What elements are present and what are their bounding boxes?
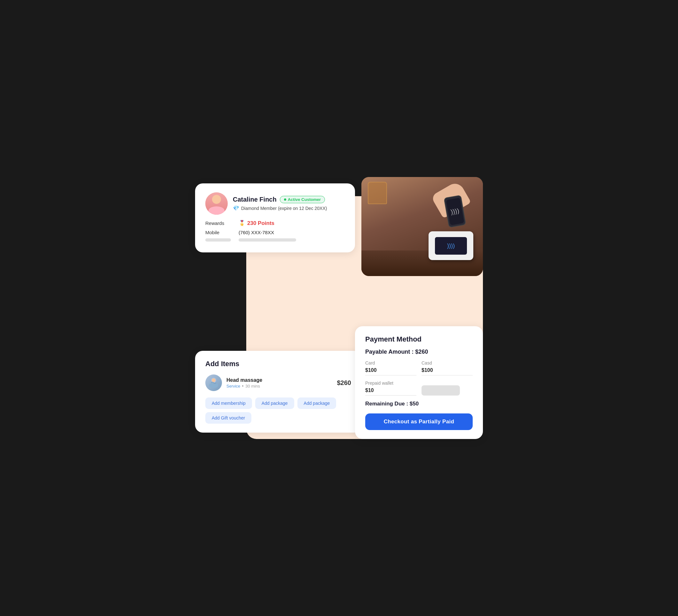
- item-thumb-inner: [205, 374, 222, 391]
- svg-point-2: [212, 378, 216, 382]
- active-dot-icon: [284, 198, 286, 201]
- prepaid-wallet-value: $10: [365, 387, 416, 396]
- terminal-screen-shape: )))): [435, 237, 467, 255]
- active-badge-label: Active Customer: [288, 197, 321, 202]
- payment-fields: Card $100 Casd $100: [365, 360, 473, 375]
- rewards-row: Rewards 🎖️ 230 Points: [205, 220, 345, 227]
- rewards-points: 230 Points: [247, 220, 274, 227]
- avatar: [205, 192, 228, 215]
- photo-card: )))) )))): [362, 177, 483, 276]
- cash-value: $100: [421, 367, 473, 375]
- item-service-label: Service: [226, 384, 240, 388]
- item-price: $260: [337, 379, 351, 386]
- add-items-card: Add Items Head massage Service 30: [195, 351, 362, 433]
- rewards-label: Rewards: [205, 220, 231, 226]
- mobile-row: Mobile (760) XXX-78XX: [205, 230, 345, 235]
- action-buttons: Add membership Add package Add package A…: [205, 398, 351, 424]
- add-package-button-1[interactable]: Add package: [255, 398, 294, 409]
- payment-method-card: Payment Method Payable Amount : $260 Car…: [355, 326, 483, 439]
- membership-row: 💎 Diamond Member (expire on 12 Dec 20XX): [233, 205, 345, 211]
- item-meta: Service 30 mins: [226, 384, 333, 388]
- mobile-label: Mobile: [205, 230, 231, 235]
- cash-label: Casd: [421, 360, 473, 366]
- item-info: Head massage Service 30 mins: [226, 377, 333, 388]
- item-thumbnail: [205, 374, 222, 391]
- add-package-button-2[interactable]: Add package: [297, 398, 336, 409]
- mobile-value: (760) XXX-78XX: [238, 230, 274, 235]
- terminal-shape: )))): [428, 231, 473, 260]
- remaining-due: Remaining Due : $50: [365, 401, 473, 407]
- payable-amount: Payable Amount : $260: [365, 348, 473, 355]
- item-meta-dot: [242, 385, 243, 386]
- customer-card: Cataline Finch Active Customer 💎 Diamond…: [195, 183, 355, 252]
- prepaid-row: Prepaid wallet $10: [365, 380, 473, 396]
- rewards-value: 🎖️ 230 Points: [238, 220, 274, 227]
- skeleton-row: [205, 238, 345, 242]
- terminal-nfc-icon: )))): [447, 243, 455, 249]
- prepaid-skeleton: [421, 385, 460, 396]
- item-row: Head massage Service 30 mins $260: [205, 374, 351, 391]
- card-label: Card: [365, 360, 416, 366]
- membership-text: Diamond Member (expire on 12 Dec 20XX): [241, 206, 327, 211]
- skeleton-bar-1: [205, 238, 231, 242]
- prepaid-field-group: Prepaid wallet $10: [365, 380, 416, 396]
- item-duration: 30 mins: [245, 384, 260, 388]
- card-value: $100: [365, 367, 416, 375]
- customer-details: Rewards 🎖️ 230 Points Mobile (760) XXX-7…: [205, 220, 345, 242]
- customer-info: Cataline Finch Active Customer 💎 Diamond…: [233, 196, 345, 211]
- card-field-group: Card $100: [365, 360, 416, 375]
- add-items-title: Add Items: [205, 360, 351, 368]
- photo-scene: )))) )))): [362, 177, 483, 276]
- customer-name: Cataline Finch: [233, 196, 277, 203]
- massage-icon: [208, 377, 219, 388]
- skeleton-bar-2: [238, 238, 296, 242]
- glass-shape: [368, 182, 387, 204]
- add-membership-button[interactable]: Add membership: [205, 398, 252, 409]
- diamond-icon: 💎: [233, 205, 239, 211]
- active-badge: Active Customer: [280, 196, 325, 203]
- item-name: Head massage: [226, 377, 333, 383]
- rewards-emoji: 🎖️: [238, 220, 245, 227]
- prepaid-wallet-label: Prepaid wallet: [365, 380, 416, 386]
- phone-screen: )))): [446, 198, 464, 225]
- cash-field-group: Casd $100: [421, 360, 473, 375]
- payment-method-title: Payment Method: [365, 335, 473, 343]
- checkout-partially-paid-button[interactable]: Checkout as Partially Paid: [365, 413, 473, 430]
- nfc-icon: )))): [450, 207, 460, 216]
- add-gift-voucher-button[interactable]: Add Gift voucher: [205, 412, 251, 424]
- svg-point-1: [209, 383, 218, 388]
- prepaid-extra-group: [421, 383, 473, 396]
